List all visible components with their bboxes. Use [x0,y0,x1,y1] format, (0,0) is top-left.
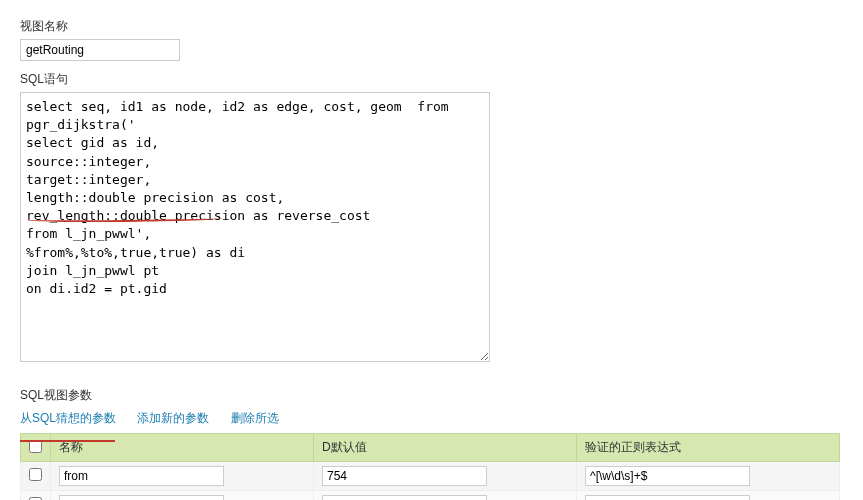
view-name-section: 视图名称 [20,18,843,61]
param-default-input[interactable] [322,466,487,486]
params-table-body [21,462,840,501]
params-links-row: 从SQL猜想的参数 添加新的参数 删除所选 [20,410,843,427]
sql-statement-section: SQL语句 [20,71,843,365]
table-row [21,491,840,501]
header-checkbox-cell [21,434,51,462]
view-name-label: 视图名称 [20,18,843,35]
param-regex-input[interactable] [585,466,750,486]
sql-textarea[interactable] [20,92,490,362]
view-name-input[interactable] [20,39,180,61]
remove-selected-link[interactable]: 删除所选 [231,411,279,425]
table-header-row: 名称 D默认值 验证的正则表达式 [21,434,840,462]
sql-params-label: SQL视图参数 [20,387,843,404]
param-name-input[interactable] [59,495,224,500]
param-default-input[interactable] [322,495,487,500]
select-all-checkbox[interactable] [29,440,42,453]
guess-params-link[interactable]: 从SQL猜想的参数 [20,411,116,425]
param-name-input[interactable] [59,466,224,486]
params-table: 名称 D默认值 验证的正则表达式 [20,433,840,500]
table-row [21,462,840,491]
param-regex-input[interactable] [585,495,750,500]
header-regex: 验证的正则表达式 [577,434,840,462]
sql-statement-label: SQL语句 [20,71,843,88]
header-name: 名称 [51,434,314,462]
row-checkbox[interactable] [29,468,42,481]
header-default: D默认值 [314,434,577,462]
add-param-link[interactable]: 添加新的参数 [137,411,209,425]
